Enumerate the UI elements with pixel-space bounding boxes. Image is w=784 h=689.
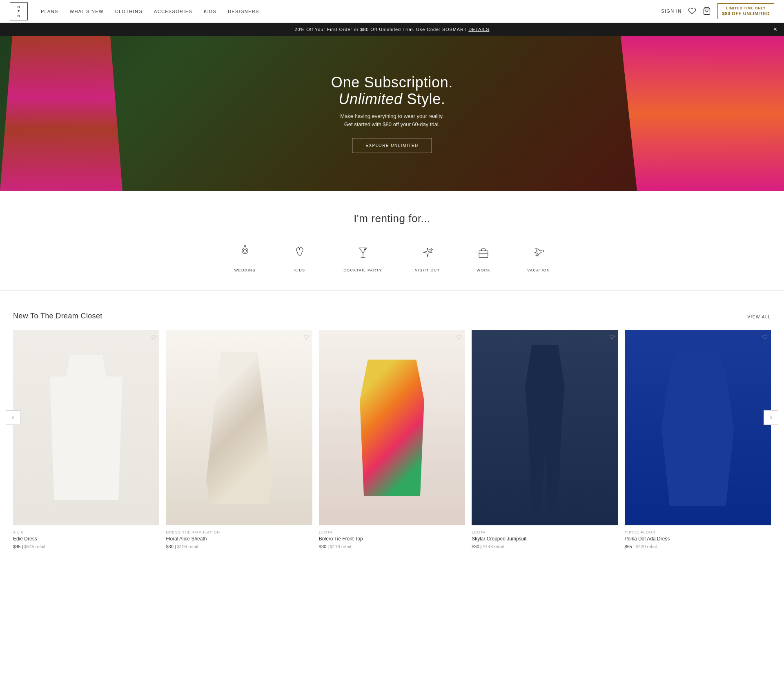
product-image-1: ♡: [13, 330, 159, 525]
product-rent-price-5: $65: [625, 544, 632, 549]
main-navigation: R T R PLANS WHAT'S NEW CLOTHING ACCESSOR…: [0, 0, 784, 23]
explore-unlimited-button[interactable]: EXPLORE UNLIMITED: [352, 138, 432, 153]
wedding-icon: [234, 241, 256, 263]
logo[interactable]: R T R: [10, 2, 28, 20]
sparkle-icon: [416, 241, 439, 263]
svg-rect-8: [479, 251, 488, 257]
product-card-5[interactable]: ♡ THREE FLOOR Polka Dot Ada Dress $65 | …: [625, 330, 771, 549]
product-pricing-2: $30 | $198 retail: [166, 544, 312, 549]
banner-details-link[interactable]: DETAILS: [468, 27, 489, 32]
vacation-label: VACATION: [527, 268, 550, 272]
bag-icon[interactable]: [703, 7, 711, 15]
product-retail-price-5: $420 retail: [636, 544, 657, 549]
product-clothing-1: [46, 355, 127, 501]
svg-point-7: [364, 249, 366, 250]
product-retail-price-4: $148 retail: [483, 544, 504, 549]
product-retail-price-3: $118 retail: [330, 544, 351, 549]
wishlist-heart-5[interactable]: ♡: [762, 333, 768, 341]
hero-section: One Subscription. Unlimited Style. Make …: [0, 36, 784, 191]
rent-category-wedding[interactable]: WEDDING: [234, 241, 256, 272]
nav-link-whats-new[interactable]: WHAT'S NEW: [70, 9, 104, 14]
product-pricing-3: $30 | $118 retail: [319, 544, 465, 549]
product-clothing-5: [657, 350, 738, 506]
product-name-5: Polka Dot Ada Dress: [625, 536, 771, 542]
hero-right-model: [621, 36, 784, 191]
product-pricing-5: $65 | $420 retail: [625, 544, 771, 549]
wishlist-icon[interactable]: [688, 7, 696, 15]
products-carousel: ‹ ♡ A L C Edie Dress $95 | $545 retail: [13, 330, 771, 549]
banner-text: 20% Off Your First Order or $80 Off Unli…: [295, 27, 467, 32]
hero-subtitle: Make having everything to wear your real…: [331, 112, 453, 128]
cocktail-icon: [352, 241, 374, 263]
product-name-4: Skylar Cropped Jumpsuit: [472, 536, 618, 542]
product-clothing-3: [352, 360, 432, 496]
product-card-1[interactable]: ♡ A L C Edie Dress $95 | $545 retail: [13, 330, 159, 549]
product-name-1: Edie Dress: [13, 536, 159, 542]
wishlist-heart-2[interactable]: ♡: [303, 333, 309, 341]
plane-icon: [528, 241, 550, 263]
product-brand-1: A L C: [13, 530, 159, 534]
product-rent-price-3: $30: [319, 544, 326, 549]
product-brand-2: DRESS THE POPULATION: [166, 530, 312, 534]
wishlist-heart-3[interactable]: ♡: [456, 333, 462, 341]
products-section-title: New To The Dream Closet: [13, 312, 102, 320]
rent-section-title: I'm renting for...: [10, 212, 774, 225]
product-brand-3: LEOTA: [319, 530, 465, 534]
nav-link-designers[interactable]: DESIGNERS: [228, 9, 259, 14]
product-card-4[interactable]: ♡ LEOTA Skylar Cropped Jumpsuit $30 | $1…: [472, 330, 618, 549]
nav-link-plans[interactable]: PLANS: [41, 9, 58, 14]
sign-in-link[interactable]: SIGN IN: [661, 9, 682, 13]
nav-link-clothing[interactable]: CLOTHING: [115, 9, 143, 14]
product-image-5: ♡: [625, 330, 771, 525]
product-name-2: Floral Alice Sheath: [166, 536, 312, 542]
kids-label: KIDS: [294, 268, 305, 272]
carousel-next-button[interactable]: ›: [764, 410, 778, 425]
product-card-3[interactable]: ♡ LEOTA Bolero Tie Front Top $30 | $118 …: [319, 330, 465, 549]
rent-category-vacation[interactable]: VACATION: [527, 241, 550, 272]
products-grid: ♡ A L C Edie Dress $95 | $545 retail ♡ D…: [13, 330, 771, 549]
product-rent-price-2: $30: [166, 544, 173, 549]
rent-category-work[interactable]: WORK: [472, 241, 494, 272]
product-retail-price-2: $198 retail: [177, 544, 198, 549]
wishlist-heart-1[interactable]: ♡: [150, 333, 156, 341]
svg-point-1: [242, 248, 248, 253]
cocktail-label: COCKTAIL PARTY: [343, 268, 382, 272]
product-retail-price-1: $545 retail: [24, 544, 45, 549]
product-clothing-4: [512, 345, 578, 511]
product-image-3: ♡: [319, 330, 465, 525]
product-rent-price-1: $95: [13, 544, 20, 549]
hero-left-model: [0, 36, 122, 191]
work-label: WORK: [477, 268, 490, 272]
rent-for-section: I'm renting for... WEDDING KIDS: [0, 191, 784, 282]
rent-category-kids[interactable]: KIDS: [289, 241, 311, 272]
product-brand-4: LEOTA: [472, 530, 618, 534]
nav-links: PLANS WHAT'S NEW CLOTHING ACCESSORIES KI…: [41, 9, 259, 14]
product-name-3: Bolero Tie Front Top: [319, 536, 465, 542]
wedding-label: WEDDING: [234, 268, 256, 272]
section-divider: [0, 290, 784, 291]
rent-category-night-out[interactable]: NIGHT OUT: [415, 241, 440, 272]
rent-categories: WEDDING KIDS COCKTAIL PAR: [10, 241, 774, 272]
wishlist-heart-4[interactable]: ♡: [609, 333, 615, 341]
product-image-2: ♡: [166, 330, 312, 525]
view-all-link[interactable]: VIEW ALL: [747, 315, 771, 319]
promo-badge[interactable]: LIMITED TIME ONLY $80 OFF UNLIMITED: [717, 3, 774, 20]
product-image-4: ♡: [472, 330, 618, 525]
rent-category-cocktail[interactable]: COCKTAIL PARTY: [343, 241, 382, 272]
hero-content: One Subscription. Unlimited Style. Make …: [331, 74, 453, 153]
nav-link-accessories[interactable]: ACCESSORIES: [154, 9, 192, 14]
product-pricing-4: $30 | $148 retail: [472, 544, 618, 549]
top-banner: 20% Off Your First Order or $80 Off Unli…: [0, 23, 784, 36]
products-section: New To The Dream Closet VIEW ALL ‹ ♡ A L…: [0, 299, 784, 569]
carousel-prev-button[interactable]: ‹: [6, 410, 20, 425]
products-header: New To The Dream Closet VIEW ALL: [13, 312, 771, 320]
svg-point-2: [244, 249, 247, 252]
nav-link-kids[interactable]: KIDS: [204, 9, 216, 14]
product-clothing-2: [203, 352, 276, 504]
product-rent-price-4: $30: [472, 544, 479, 549]
product-card-2[interactable]: ♡ DRESS THE POPULATION Floral Alice Shea…: [166, 330, 312, 549]
banner-close-icon[interactable]: ×: [773, 26, 777, 33]
hero-title-italic: Unlimited: [339, 91, 403, 107]
night-out-label: NIGHT OUT: [415, 268, 440, 272]
kids-icon: [289, 241, 311, 263]
